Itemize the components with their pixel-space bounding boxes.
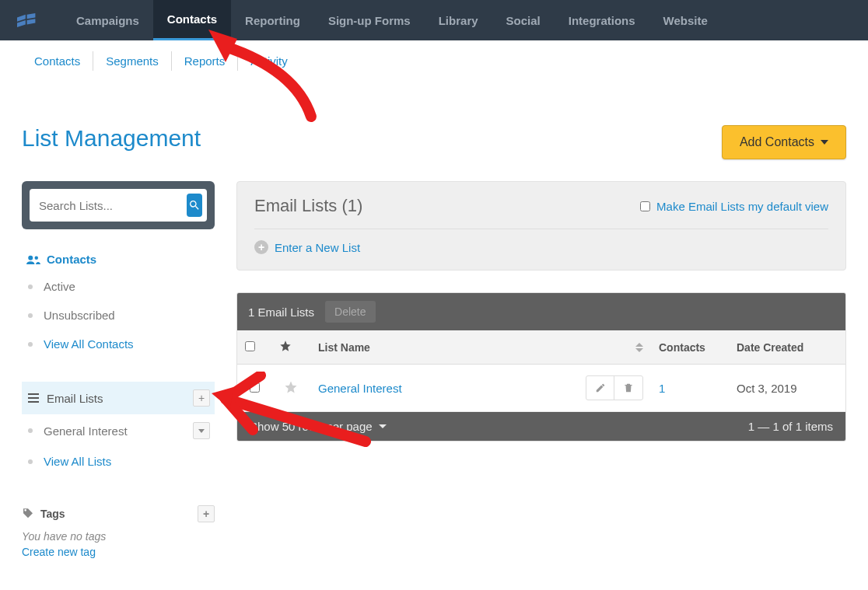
edit-list-button[interactable] bbox=[586, 376, 614, 400]
delete-list-button[interactable] bbox=[614, 376, 642, 400]
create-tag-link[interactable]: Create new tag bbox=[22, 544, 215, 560]
panel-title: Email Lists (1) bbox=[254, 196, 362, 216]
caret-down-icon bbox=[821, 140, 828, 145]
lists-table-wrap: 1 Email Lists Delete List Name Contacts bbox=[236, 292, 846, 442]
add-contacts-label: Add Contacts bbox=[740, 135, 814, 149]
search-icon bbox=[188, 199, 201, 211]
table-toolbar: 1 Email Lists Delete bbox=[237, 293, 845, 330]
tag-icon bbox=[22, 508, 34, 520]
nav-library[interactable]: Library bbox=[425, 0, 492, 40]
list-name-link[interactable]: General Interest bbox=[318, 382, 402, 395]
svg-rect-7 bbox=[28, 397, 39, 399]
enter-new-list-link[interactable]: + Enter a New List bbox=[254, 229, 828, 254]
th-star[interactable] bbox=[271, 330, 310, 365]
page-title: List Management bbox=[22, 125, 201, 152]
th-select-all bbox=[237, 330, 271, 365]
subnav-reports[interactable]: Reports bbox=[172, 51, 238, 71]
pagination-range: 1 — 1 of 1 items bbox=[748, 420, 833, 433]
svg-marker-3 bbox=[27, 19, 36, 24]
sidebar-tags-heading: Tags + bbox=[22, 499, 215, 529]
sidebar-item-active[interactable]: Active bbox=[22, 272, 215, 301]
lists-table: List Name Contacts Date Created bbox=[237, 330, 845, 412]
trash-icon bbox=[623, 382, 634, 393]
nav-social[interactable]: Social bbox=[492, 0, 555, 40]
svg-point-5 bbox=[35, 256, 39, 260]
nav-reporting[interactable]: Reporting bbox=[231, 0, 314, 40]
sort-arrows-icon bbox=[635, 343, 643, 352]
subnav-contacts[interactable]: Contacts bbox=[22, 51, 93, 71]
main-content: Email Lists (1) Make Email Lists my defa… bbox=[236, 181, 846, 583]
add-tag-button[interactable]: + bbox=[198, 505, 215, 522]
sub-navbar: Contacts Segments Reports Activity bbox=[0, 40, 868, 79]
pencil-icon bbox=[595, 382, 606, 393]
subnav-activity[interactable]: Activity bbox=[238, 51, 300, 71]
sidebar-item-view-all-lists[interactable]: View All Lists bbox=[22, 447, 215, 476]
sidebar-item-view-all-contacts[interactable]: View All Contacts bbox=[22, 330, 215, 358]
svg-point-4 bbox=[28, 255, 33, 260]
caret-down-icon bbox=[198, 429, 205, 433]
nav-integrations[interactable]: Integrations bbox=[555, 0, 649, 40]
list-icon bbox=[28, 393, 39, 403]
add-email-list-button[interactable]: + bbox=[193, 389, 210, 407]
nav-website[interactable]: Website bbox=[649, 0, 722, 40]
subnav-segments[interactable]: Segments bbox=[93, 51, 171, 71]
table-row: General Interest 1 Oct 3, 2019 bbox=[237, 365, 845, 412]
contacts-count-link[interactable]: 1 bbox=[659, 382, 665, 395]
star-icon bbox=[279, 340, 292, 352]
svg-rect-6 bbox=[28, 393, 39, 395]
star-icon bbox=[284, 380, 298, 394]
default-view-checkbox-input[interactable] bbox=[640, 201, 650, 211]
brand-logo[interactable] bbox=[0, 0, 62, 40]
svg-marker-0 bbox=[17, 15, 26, 22]
toolbar-delete-button[interactable]: Delete bbox=[325, 301, 375, 323]
sidebar-item-general-interest[interactable]: General Interest bbox=[22, 414, 215, 447]
list-dropdown-button[interactable] bbox=[193, 422, 210, 439]
table-footer: Show 50 rows per page 1 — 1 of 1 items bbox=[237, 412, 845, 441]
th-list-name[interactable]: List Name bbox=[310, 330, 651, 365]
toolbar-count: 1 Email Lists bbox=[248, 305, 314, 319]
sidebar-contacts-heading[interactable]: Contacts bbox=[22, 246, 215, 272]
svg-marker-1 bbox=[27, 13, 36, 19]
plus-circle-icon: + bbox=[254, 240, 268, 254]
search-box-wrap bbox=[22, 181, 215, 229]
sidebar-item-unsubscribed[interactable]: Unsubscribed bbox=[22, 301, 215, 330]
search-lists-input[interactable] bbox=[39, 199, 187, 212]
nav-signup-forms[interactable]: Sign-up Forms bbox=[314, 0, 425, 40]
svg-rect-8 bbox=[28, 401, 39, 403]
add-contacts-button[interactable]: Add Contacts bbox=[722, 125, 846, 159]
row-star[interactable] bbox=[271, 365, 310, 412]
sidebar: Contacts Active Unsubscribed View All Co… bbox=[22, 181, 215, 583]
search-button[interactable] bbox=[187, 194, 202, 217]
default-view-checkbox[interactable]: Make Email Lists my default view bbox=[640, 200, 828, 213]
row-actions bbox=[586, 375, 643, 400]
nav-contacts[interactable]: Contacts bbox=[153, 0, 231, 40]
people-icon bbox=[26, 254, 40, 265]
top-navbar: Campaigns Contacts Reporting Sign-up For… bbox=[0, 0, 868, 40]
th-contacts[interactable]: Contacts bbox=[651, 330, 729, 365]
nav-campaigns[interactable]: Campaigns bbox=[62, 0, 153, 40]
no-tags-text: You have no tags bbox=[22, 529, 215, 544]
th-date-created[interactable]: Date Created bbox=[729, 330, 845, 365]
select-all-checkbox[interactable] bbox=[245, 341, 255, 351]
caret-down-icon bbox=[379, 424, 387, 428]
rows-per-page-dropdown[interactable]: Show 50 rows per page bbox=[250, 420, 387, 433]
svg-marker-2 bbox=[17, 20, 26, 27]
email-lists-panel: Email Lists (1) Make Email Lists my defa… bbox=[236, 181, 846, 271]
date-created-cell: Oct 3, 2019 bbox=[729, 365, 845, 412]
row-checkbox[interactable] bbox=[250, 382, 260, 393]
sidebar-email-lists-heading[interactable]: Email Lists + bbox=[22, 382, 215, 414]
